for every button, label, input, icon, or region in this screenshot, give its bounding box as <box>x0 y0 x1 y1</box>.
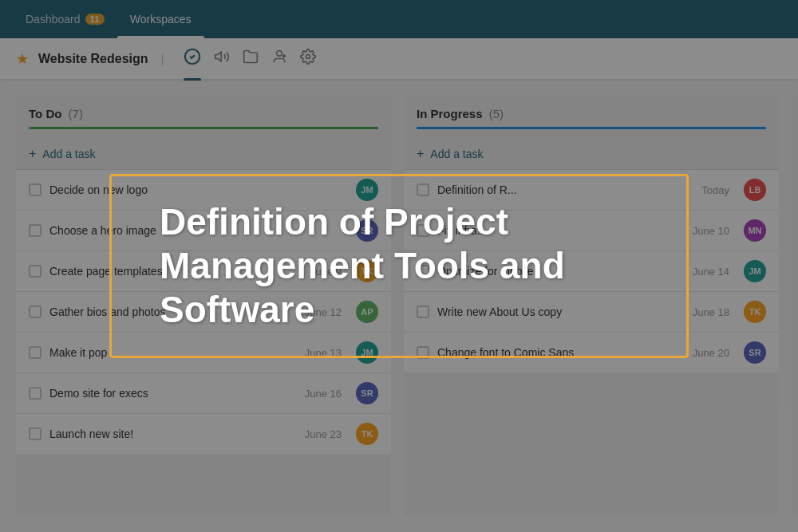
overlay: Definition of Project Management Tools a… <box>0 0 798 532</box>
overlay-box: Definition of Project Management Tools a… <box>109 174 689 359</box>
overlay-title: Definition of Project Management Tools a… <box>160 200 638 333</box>
